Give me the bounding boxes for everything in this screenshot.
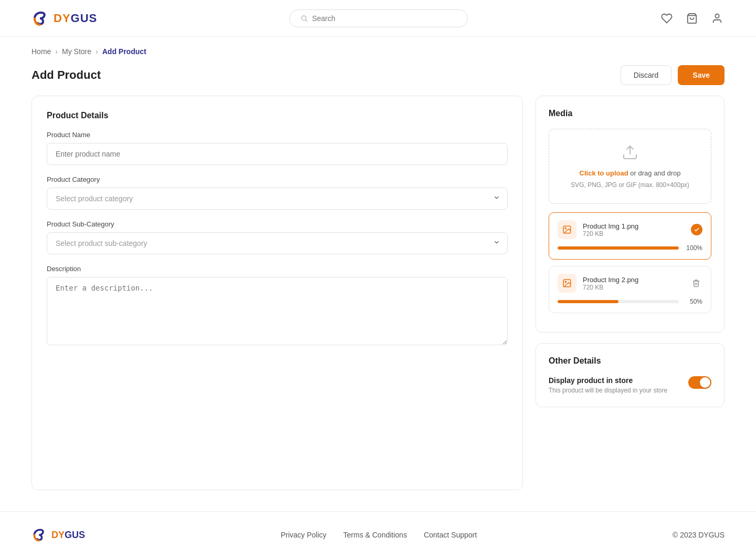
file-name-1: Product Img 1.png: [583, 222, 685, 230]
product-description-label: Description: [47, 265, 508, 273]
progress-fill-1: [558, 246, 679, 250]
upload-click-text[interactable]: Click to upload: [580, 169, 628, 177]
product-category-select-wrapper: Select product category: [47, 188, 508, 210]
breadcrumb-sep-2: ›: [96, 47, 98, 56]
product-subcategory-select[interactable]: Select product sub-category: [47, 232, 508, 254]
footer: DYGUS Privacy Policy Terms & Conditions …: [0, 511, 756, 558]
file-item-1: Product Img 1.png 720 KB 100%: [549, 212, 711, 260]
svg-point-9: [565, 281, 566, 282]
breadcrumb: Home › My Store › Add Product: [0, 37, 756, 61]
toggle-row: Display product in store This product wi…: [549, 376, 711, 394]
search-input[interactable]: [312, 14, 456, 23]
cart-icon[interactable]: [685, 11, 699, 26]
progress-bar-2: [558, 300, 679, 303]
other-details-card: Other Details Display product in store T…: [536, 343, 724, 407]
file-complete-icon-1: [691, 224, 702, 235]
breadcrumb-current: Add Product: [102, 47, 146, 56]
svg-point-4: [715, 14, 719, 17]
discard-button[interactable]: Discard: [621, 65, 671, 85]
toggle-label-group: Display product in store This product wi…: [549, 376, 667, 394]
upload-text: Click to upload or drag and drop: [580, 169, 681, 177]
progress-pct-1: 100%: [684, 244, 702, 252]
product-name-input[interactable]: [47, 143, 508, 165]
header-actions: [659, 11, 724, 26]
progress-fill-2: [558, 300, 618, 303]
page-title: Add Product: [32, 68, 101, 82]
right-panel: Media Click to upload or drag and drop S…: [536, 96, 724, 490]
product-category-group: Product Category Select product category: [47, 175, 508, 210]
wishlist-icon[interactable]: [659, 11, 674, 26]
other-details-title: Other Details: [549, 356, 711, 366]
upload-hint: SVG, PNG, JPG or GIF (max. 800×400px): [571, 181, 689, 189]
product-description-group: Description: [47, 265, 508, 347]
file-info-2: Product Img 2.png 720 KB: [583, 276, 684, 291]
footer-links: Privacy Policy Terms & Conditions Contac…: [281, 531, 477, 539]
file-item-2: Product Img 2.png 720 KB 50%: [549, 266, 711, 313]
file-size-2: 720 KB: [583, 284, 684, 291]
user-icon[interactable]: [710, 11, 724, 26]
product-details-title: Product Details: [47, 111, 508, 120]
header: DYGUS: [0, 0, 756, 37]
progress-pct-2: 50%: [684, 298, 702, 305]
search-icon: [300, 14, 308, 23]
page-actions: Discard Save: [621, 65, 724, 85]
display-in-store-toggle[interactable]: [688, 376, 711, 389]
product-subcategory-select-wrapper: Select product sub-category: [47, 232, 508, 254]
product-category-select[interactable]: Select product category: [47, 188, 508, 210]
footer-support-link[interactable]: Contact Support: [424, 531, 477, 539]
page-header: Add Product Discard Save: [0, 61, 756, 96]
file-thumb-2: [558, 274, 576, 293]
svg-point-7: [565, 228, 566, 229]
main-content: Product Details Product Name Product Cat…: [0, 96, 756, 511]
file-thumb-1: [558, 220, 576, 239]
product-category-label: Product Category: [47, 175, 508, 183]
search-bar[interactable]: [289, 9, 468, 27]
progress-bar-1: [558, 246, 679, 250]
product-description-input[interactable]: [47, 277, 508, 345]
media-title: Media: [549, 109, 711, 118]
file-name-2: Product Img 2.png: [583, 276, 684, 284]
svg-point-1: [301, 16, 306, 20]
upload-area[interactable]: Click to upload or drag and drop SVG, PN…: [549, 129, 711, 204]
breadcrumb-sep-1: ›: [55, 47, 58, 56]
product-name-label: Product Name: [47, 131, 508, 139]
file-size-1: 720 KB: [583, 230, 685, 237]
file-delete-icon-2[interactable]: [690, 277, 702, 290]
toggle-desc: This product will be displayed in your s…: [549, 387, 667, 394]
toggle-knob: [700, 377, 710, 388]
footer-copyright: © 2023 DYGUS: [673, 531, 724, 539]
file-info-1: Product Img 1.png 720 KB: [583, 222, 685, 237]
breadcrumb-home[interactable]: Home: [32, 47, 51, 56]
breadcrumb-my-store[interactable]: My Store: [62, 47, 91, 56]
product-subcategory-group: Product Sub-Category Select product sub-…: [47, 220, 508, 254]
product-name-group: Product Name: [47, 131, 508, 165]
upload-icon: [622, 144, 638, 163]
product-subcategory-label: Product Sub-Category: [47, 220, 508, 228]
save-button[interactable]: Save: [678, 65, 724, 85]
footer-logo[interactable]: DYGUS: [32, 526, 85, 543]
media-card: Media Click to upload or drag and drop S…: [536, 96, 724, 333]
toggle-title: Display product in store: [549, 376, 667, 385]
svg-line-2: [306, 19, 307, 21]
footer-terms-link[interactable]: Terms & Conditions: [343, 531, 407, 539]
logo[interactable]: DYGUS: [32, 9, 97, 28]
product-details-panel: Product Details Product Name Product Cat…: [32, 96, 523, 490]
footer-privacy-link[interactable]: Privacy Policy: [281, 531, 327, 539]
